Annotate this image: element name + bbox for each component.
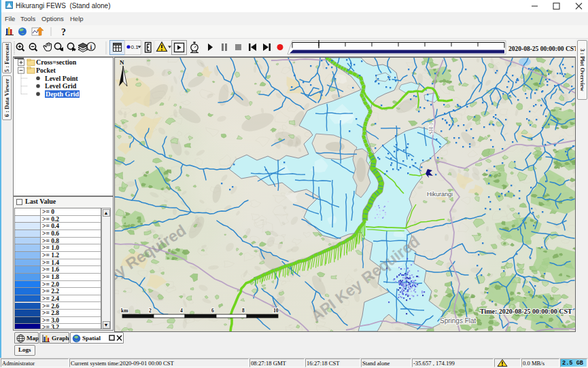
svg-text:4: 4 [180, 308, 183, 314]
svg-text:10: 10 [273, 308, 279, 314]
svg-text:8: 8 [242, 308, 245, 314]
svg-text:SH 1: SH 1 [428, 123, 434, 134]
svg-text:Hikurangi: Hikurangi [427, 191, 453, 198]
svg-text:Springs Flat: Springs Flat [440, 317, 477, 325]
svg-text:N: N [120, 59, 124, 66]
svg-text:km: km [121, 308, 128, 314]
svg-text:6: 6 [211, 308, 214, 314]
svg-text:i: i [90, 43, 92, 51]
svg-text:Time: 2020-08-25 00:00:00 CST: Time: 2020-08-25 00:00:00 CST [480, 308, 572, 315]
svg-text:0.1: 0.1 [131, 44, 139, 50]
svg-text:?: ? [61, 27, 66, 37]
svg-text:2: 2 [149, 308, 152, 314]
